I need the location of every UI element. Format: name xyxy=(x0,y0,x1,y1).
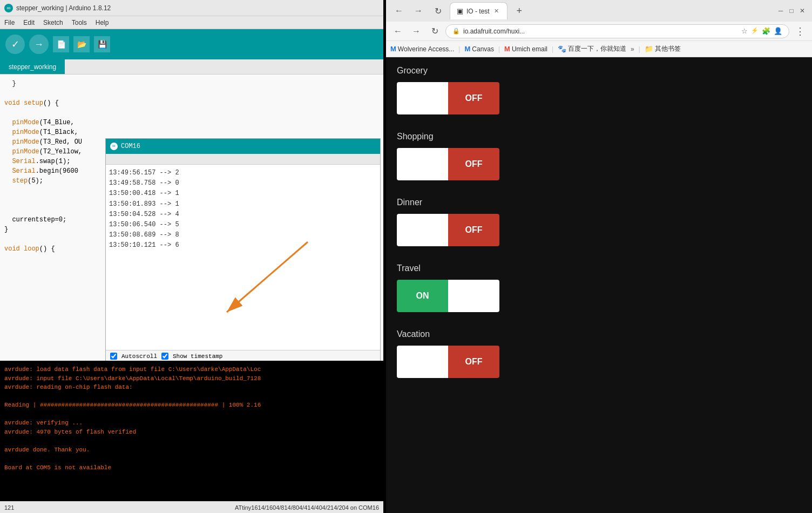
vacation-toggle[interactable]: OFF xyxy=(397,346,499,378)
new-button[interactable]: 📄 xyxy=(53,36,69,52)
code-line: } xyxy=(4,79,379,89)
account-icon[interactable]: 👤 xyxy=(774,27,782,35)
bookmark-other[interactable]: 📁 其他书签 xyxy=(645,44,681,53)
bookmark-separator-3: | xyxy=(552,45,553,53)
serial-line: 13:50:08.689 --> 8 xyxy=(109,230,377,240)
menu-tools[interactable]: Tools xyxy=(72,19,87,26)
console-line: avrdude: load data flash data from input… xyxy=(4,365,379,374)
console-line xyxy=(4,454,379,463)
grocery-toggle-left xyxy=(397,82,448,114)
minimize-button[interactable]: ─ xyxy=(776,6,785,15)
arduino-editor[interactable]: } void setup() { pinMode(T4_Blue, pinMod… xyxy=(0,75,383,361)
forward-button[interactable]: → xyxy=(411,3,426,18)
grocery-off-label: OFF xyxy=(465,93,483,103)
tab-favicon: ▣ xyxy=(457,7,463,15)
console-line: avrdude: input file C:\Users\darke\AppDa… xyxy=(4,374,379,383)
star-icon[interactable]: ☆ xyxy=(741,27,748,35)
travel-toggle-right xyxy=(448,280,499,312)
more-options-button[interactable]: ⋮ xyxy=(793,24,808,39)
refresh-button[interactable]: ↻ xyxy=(430,3,445,18)
nav-back-button[interactable]: ← xyxy=(390,24,405,39)
console-line: avrdude done. Thank you. xyxy=(4,446,379,455)
address-text: io.adafruit.com/huxi... xyxy=(463,28,738,35)
new-tab-button[interactable]: + xyxy=(512,3,527,18)
shopping-toggle-group: Shopping OFF xyxy=(397,132,801,180)
serial-line: 13:49:56.157 --> 2 xyxy=(109,168,377,178)
bookmark-baidu[interactable]: 🐾 百度一下，你就知道 xyxy=(558,44,626,53)
show-timestamp-checkbox[interactable] xyxy=(161,353,168,360)
extension-icon[interactable]: ⚡ xyxy=(751,27,759,35)
grocery-toggle-group: Grocery OFF xyxy=(397,66,801,114)
bookmark-wolverine-label: Wolverine Access... xyxy=(398,45,454,53)
serial-monitor-title: COM16 xyxy=(121,143,140,150)
code-line: pinMode(T1_Black, xyxy=(4,127,379,137)
upload-button[interactable]: → xyxy=(29,35,49,54)
bookmark-umich-label: Umich email xyxy=(512,45,547,53)
autoscroll-checkbox[interactable] xyxy=(110,353,117,360)
shopping-toggle-right: OFF xyxy=(448,148,499,180)
arduino-window: ∞ stepper_working | Arduino 1.8.12 File … xyxy=(0,0,383,513)
serial-line: 13:50:06.540 --> 5 xyxy=(109,220,377,230)
arduino-menubar: File Edit Sketch Tools Help xyxy=(0,16,383,29)
shopping-toggle[interactable]: OFF xyxy=(397,148,499,180)
travel-on-label: ON xyxy=(416,291,429,301)
serial-output: 13:49:56.157 --> 2 13:49:58.758 --> 0 13… xyxy=(106,165,380,350)
browser-navbar: ← → ↻ 🔒 io.adafruit.com/huxi... ☆ ⚡ 🧩 👤 … xyxy=(386,22,812,41)
bookmarks-bar: M Wolverine Access... | M Canvas | M Umi… xyxy=(386,41,812,57)
save-button[interactable]: 💾 xyxy=(94,36,110,52)
bookmark-baidu-icon: 🐾 xyxy=(558,45,566,53)
nav-refresh-button[interactable]: ↻ xyxy=(427,24,442,39)
open-button[interactable]: 📂 xyxy=(73,36,90,52)
arduino-tab-stepper-working[interactable]: stepper_working xyxy=(0,59,65,74)
menu-sketch[interactable]: Sketch xyxy=(43,19,63,26)
dinner-label: Dinner xyxy=(397,198,801,207)
arduino-toolbar: ✓ → 📄 📂 💾 xyxy=(0,29,383,59)
menu-help[interactable]: Help xyxy=(96,19,109,26)
bookmark-umich-email[interactable]: M Umich email xyxy=(504,45,547,53)
bookmarks-more[interactable]: » xyxy=(631,45,634,53)
menu-edit[interactable]: Edit xyxy=(23,19,35,26)
maximize-button[interactable]: □ xyxy=(787,6,796,15)
vacation-toggle-left xyxy=(397,346,448,378)
verify-button[interactable]: ✓ xyxy=(5,35,25,54)
browser-window: ← → ↻ ▣ IO - test ✕ + ─ □ ✕ ← → ↻ 🔒 io.a… xyxy=(386,0,812,513)
back-button[interactable]: ← xyxy=(391,3,407,18)
bookmark-wolverine-icon: M xyxy=(390,45,396,53)
serial-icon: ∞ xyxy=(110,143,118,150)
arduino-statusbar: 121 ATtiny1614/1604/814/804/414/404/214/… xyxy=(0,501,383,513)
dinner-toggle-right: OFF xyxy=(448,214,499,246)
show-timestamp-label: Show timestamp xyxy=(173,353,222,360)
arduino-tabs: stepper_working xyxy=(0,59,383,75)
serial-input-bar xyxy=(106,154,380,165)
arduino-title: stepper_working | Arduino 1.8.12 xyxy=(16,4,111,12)
travel-label: Travel xyxy=(397,264,801,273)
close-button[interactable]: ✕ xyxy=(798,6,807,15)
bookmark-wolverine[interactable]: M Wolverine Access... xyxy=(390,45,454,53)
dinner-toggle-left xyxy=(397,214,448,246)
status-line-number: 121 xyxy=(4,504,14,511)
serial-line: 13:50:04.528 --> 4 xyxy=(109,210,377,220)
security-lock-icon: 🔒 xyxy=(452,28,460,35)
console-line: avrdude: reading on-chip flash data: xyxy=(4,383,379,392)
console-line xyxy=(4,436,379,446)
travel-toggle-group: Travel ON xyxy=(397,264,801,312)
bookmark-canvas-label: Canvas xyxy=(472,45,494,53)
code-line: void setup() { xyxy=(4,98,379,108)
serial-line: 13:50:00.418 --> 1 xyxy=(109,188,377,199)
code-line xyxy=(4,108,379,118)
address-bar[interactable]: 🔒 io.adafruit.com/huxi... ☆ ⚡ 🧩 👤 xyxy=(445,24,789,38)
extensions-puzzle-icon[interactable]: 🧩 xyxy=(762,27,770,35)
tab-close-button[interactable]: ✕ xyxy=(493,8,500,15)
browser-tab[interactable]: ▣ IO - test ✕ xyxy=(450,2,508,19)
serial-monitor: ∞ COM16 13:49:56.157 --> 2 13:49:58.758 … xyxy=(105,138,381,361)
bookmark-baidu-label: 百度一下，你就知道 xyxy=(568,44,626,53)
dinner-toggle[interactable]: OFF xyxy=(397,214,499,246)
grocery-toggle[interactable]: OFF xyxy=(397,82,499,114)
nav-forward-button[interactable]: → xyxy=(409,24,424,39)
code-line xyxy=(4,89,379,98)
browser-titlebar: ← → ↻ ▣ IO - test ✕ + ─ □ ✕ xyxy=(386,0,812,22)
travel-toggle[interactable]: ON xyxy=(397,280,499,312)
menu-file[interactable]: File xyxy=(4,19,15,26)
bookmark-canvas[interactable]: M Canvas xyxy=(464,45,494,53)
grocery-toggle-right: OFF xyxy=(448,82,499,114)
